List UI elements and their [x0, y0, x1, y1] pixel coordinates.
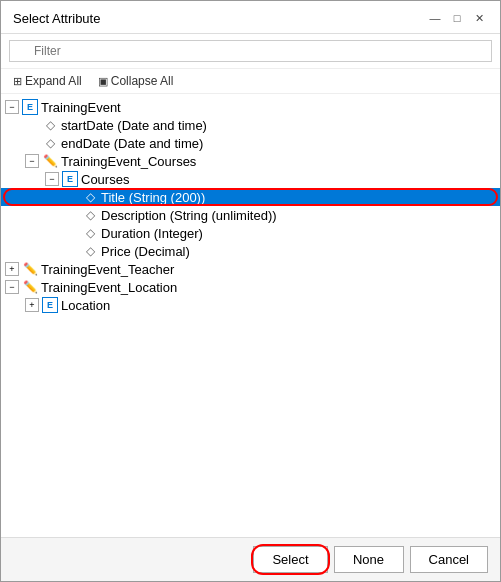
attribute-icon-duration: ◇ — [82, 225, 98, 241]
label-duration: Duration (Integer) — [101, 226, 203, 241]
tree-row-endDate[interactable]: ◇ endDate (Date and time) — [1, 134, 500, 152]
filter-input[interactable] — [9, 40, 492, 62]
collapse-all-label: Collapse All — [111, 74, 174, 88]
label-startDate: startDate (Date and time) — [61, 118, 207, 133]
tree-row-price[interactable]: ◇ Price (Decimal) — [1, 242, 500, 260]
close-button[interactable]: ✕ — [470, 9, 488, 27]
label-trainingEventCourses: TrainingEvent_Courses — [61, 154, 196, 169]
tree-node-trainingEventCourses: − ✏️ TrainingEvent_Courses − E Courses ◇ — [1, 152, 500, 260]
attribute-icon-price: ◇ — [82, 243, 98, 259]
attribute-icon-startDate: ◇ — [42, 117, 58, 133]
tree-row-trainingEventLocation[interactable]: − ✏️ TrainingEvent_Location — [1, 278, 500, 296]
label-endDate: endDate (Date and time) — [61, 136, 203, 151]
dialog-title: Select Attribute — [13, 11, 100, 26]
expand-icon: ⊞ — [13, 75, 22, 88]
tree-area[interactable]: − E TrainingEvent ◇ startDate (Date and … — [1, 94, 500, 537]
label-location: Location — [61, 298, 110, 313]
toolbar: ⊞ Expand All ▣ Collapse All — [1, 69, 500, 94]
footer: Select None Cancel — [1, 537, 500, 581]
tree-row-startDate[interactable]: ◇ startDate (Date and time) — [1, 116, 500, 134]
select-attribute-dialog: Select Attribute — □ ✕ 🔍 ⊞ Expand All ▣ … — [0, 0, 501, 582]
tree-row-trainingEventTeacher[interactable]: + ✏️ TrainingEvent_Teacher — [1, 260, 500, 278]
relation-icon-trainingEventTeacher: ✏️ — [22, 261, 38, 277]
relation-icon-trainingEventLocation: ✏️ — [22, 279, 38, 295]
expand-btn-location[interactable]: + — [25, 298, 39, 312]
label-price: Price (Decimal) — [101, 244, 190, 259]
expand-all-label: Expand All — [25, 74, 82, 88]
collapse-icon: ▣ — [98, 75, 108, 88]
title-bar: Select Attribute — □ ✕ — [1, 1, 500, 34]
expand-all-button[interactable]: ⊞ Expand All — [9, 73, 86, 89]
tree-row-location[interactable]: + E Location — [1, 296, 500, 314]
relation-icon-trainingEventCourses: ✏️ — [42, 153, 58, 169]
tree-node-courses: − E Courses ◇ Title (String (200)) ◇ — [1, 170, 500, 260]
filter-area: 🔍 — [1, 34, 500, 69]
expand-btn-trainingEventCourses[interactable]: − — [25, 154, 39, 168]
expand-btn-trainingEventLocation[interactable]: − — [5, 280, 19, 294]
label-courses: Courses — [81, 172, 129, 187]
collapse-all-button[interactable]: ▣ Collapse All — [94, 73, 178, 89]
label-trainingEventLocation: TrainingEvent_Location — [41, 280, 177, 295]
maximize-button[interactable]: □ — [448, 9, 466, 27]
tree-node-trainingEvent: − E TrainingEvent ◇ startDate (Date and … — [1, 98, 500, 260]
tree-row-courses[interactable]: − E Courses — [1, 170, 500, 188]
label-title: Title (String (200)) — [101, 190, 205, 205]
expand-btn-trainingEvent[interactable]: − — [5, 100, 19, 114]
tree-row-duration[interactable]: ◇ Duration (Integer) — [1, 224, 500, 242]
tree-row-title[interactable]: ◇ Title (String (200)) — [1, 188, 500, 206]
entity-icon-trainingEvent: E — [22, 99, 38, 115]
expand-btn-courses[interactable]: − — [45, 172, 59, 186]
attribute-icon-title: ◇ — [82, 189, 98, 205]
tree-row-description[interactable]: ◇ Description (String (unlimited)) — [1, 206, 500, 224]
title-bar-controls: — □ ✕ — [426, 9, 488, 27]
attribute-icon-endDate: ◇ — [42, 135, 58, 151]
entity-icon-courses: E — [62, 171, 78, 187]
cancel-button[interactable]: Cancel — [410, 546, 488, 573]
label-trainingEventTeacher: TrainingEvent_Teacher — [41, 262, 174, 277]
tree-node-trainingEventTeacher: + ✏️ TrainingEvent_Teacher — [1, 260, 500, 278]
expand-btn-trainingEventTeacher[interactable]: + — [5, 262, 19, 276]
label-trainingEvent: TrainingEvent — [41, 100, 121, 115]
filter-wrapper: 🔍 — [9, 40, 492, 62]
tree-row-trainingEvent[interactable]: − E TrainingEvent — [1, 98, 500, 116]
entity-icon-location: E — [42, 297, 58, 313]
none-button[interactable]: None — [334, 546, 404, 573]
select-button[interactable]: Select — [253, 546, 327, 573]
label-description: Description (String (unlimited)) — [101, 208, 277, 223]
minimize-button[interactable]: — — [426, 9, 444, 27]
tree-node-trainingEventLocation: − ✏️ TrainingEvent_Location + E Location — [1, 278, 500, 314]
tree-row-trainingEventCourses[interactable]: − ✏️ TrainingEvent_Courses — [1, 152, 500, 170]
attribute-icon-description: ◇ — [82, 207, 98, 223]
